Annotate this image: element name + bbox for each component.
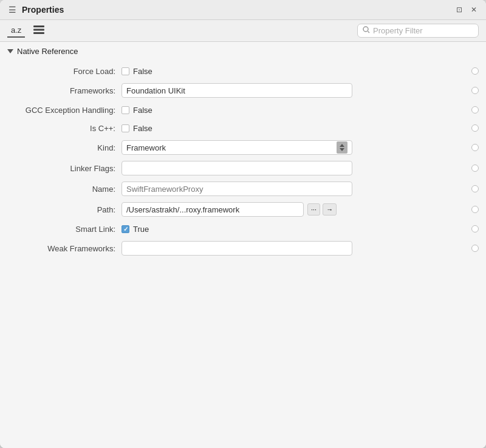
svg-line-4 (368, 32, 370, 33)
search-icon (363, 26, 370, 35)
radio-frameworks[interactable] (471, 87, 479, 94)
checkbox-smart-link[interactable] (122, 225, 129, 233)
section-header[interactable]: Native Reference (0, 42, 486, 61)
path-navigate-icon: → (326, 206, 333, 213)
prop-value-kind: Framework (122, 140, 468, 155)
restore-button[interactable]: ⊡ (454, 5, 464, 15)
checkbox-gcc[interactable] (122, 106, 129, 114)
prop-value-weak-frameworks (122, 241, 468, 256)
radio-kind[interactable] (471, 144, 479, 151)
prop-value-name (122, 182, 468, 196)
radio-smart-link[interactable] (471, 225, 479, 232)
prop-row-force-load: Force Load: False (0, 62, 486, 80)
svg-point-3 (363, 27, 368, 32)
grid-view-button[interactable] (30, 24, 48, 38)
prop-label-path: Path: (0, 205, 122, 214)
smart-link-text: True (133, 225, 149, 234)
az-label: a.z (11, 25, 21, 35)
search-input[interactable] (373, 26, 473, 35)
prop-label-iscpp: Is C++: (0, 124, 122, 133)
frameworks-input[interactable] (122, 83, 352, 98)
radio-path[interactable] (471, 206, 479, 213)
svg-rect-1 (33, 29, 44, 31)
weak-frameworks-input[interactable] (122, 241, 352, 256)
prop-row-gcc: GCC Exception Handling: False (0, 101, 486, 119)
toolbar: a.z (0, 20, 486, 42)
svg-marker-5 (340, 144, 344, 147)
prop-row-path: Path: /Users/astrakh/...roxy.framework ·… (0, 199, 486, 220)
prop-value-iscpp: False (122, 124, 468, 133)
path-buttons: ··· → (307, 203, 337, 216)
radio-gcc[interactable] (471, 106, 479, 114)
prop-label-gcc: GCC Exception Handling: (0, 106, 122, 115)
linker-flags-input[interactable] (122, 161, 352, 175)
prop-label-weak-frameworks: Weak Frameworks: (0, 244, 122, 253)
radio-weak-frameworks[interactable] (471, 245, 479, 252)
force-load-text: False (133, 67, 152, 76)
search-box (357, 24, 479, 38)
radio-linker-flags[interactable] (471, 165, 479, 172)
title-bar: ☰ Properties ⊡ ✕ (0, 0, 486, 20)
svg-marker-6 (340, 148, 344, 151)
properties-grid: Force Load: False Frameworks: GCC Except… (0, 61, 486, 266)
iscpp-text: False (133, 124, 152, 133)
prop-label-linker-flags: Linker Flags: (0, 164, 122, 173)
svg-rect-2 (33, 32, 44, 34)
az-sort-button[interactable]: a.z (7, 24, 25, 38)
prop-row-kind: Kind: Framework (0, 137, 486, 158)
path-expand-button[interactable]: ··· (307, 203, 320, 216)
path-expand-icon: ··· (311, 206, 317, 213)
properties-window: ☰ Properties ⊡ ✕ a.z (0, 0, 486, 448)
prop-label-name: Name: (0, 185, 122, 194)
prop-row-name: Name: (0, 178, 486, 199)
kind-select[interactable]: Framework (122, 140, 352, 155)
window-title: Properties (22, 5, 64, 15)
prop-value-linker-flags (122, 161, 468, 175)
prop-row-iscpp: Is C++: False (0, 119, 486, 137)
prop-row-linker-flags: Linker Flags: (0, 158, 486, 178)
radio-name[interactable] (471, 185, 479, 192)
prop-value-smart-link: True (122, 225, 468, 234)
collapse-triangle (7, 49, 13, 53)
path-navigate-button[interactable]: → (323, 203, 337, 216)
path-display: /Users/astrakh/...roxy.framework (122, 202, 304, 217)
prop-label-kind: Kind: (0, 143, 122, 152)
checkbox-iscpp[interactable] (122, 124, 129, 132)
prop-label-frameworks: Frameworks: (0, 86, 122, 95)
prop-value-force-load: False (122, 67, 468, 76)
grid-icon (33, 25, 44, 36)
kind-arrows (337, 141, 347, 154)
radio-force-load[interactable] (471, 67, 479, 75)
prop-value-path: /Users/astrakh/...roxy.framework ··· → (122, 202, 468, 217)
content-area: Native Reference Force Load: False Frame… (0, 42, 486, 448)
prop-row-frameworks: Frameworks: (0, 80, 486, 101)
svg-rect-0 (33, 25, 44, 27)
prop-label-force-load: Force Load: (0, 67, 122, 76)
prop-row-weak-frameworks: Weak Frameworks: (0, 238, 486, 259)
prop-label-smart-link: Smart Link: (0, 225, 122, 234)
title-bar-left: ☰ Properties (7, 5, 64, 15)
kind-value: Framework (126, 143, 166, 152)
prop-value-gcc: False (122, 106, 468, 115)
checkbox-force-load[interactable] (122, 67, 129, 75)
title-bar-controls: ⊡ ✕ (454, 5, 479, 15)
section-title: Native Reference (17, 47, 78, 56)
prop-row-smart-link: Smart Link: True (0, 220, 486, 238)
name-input[interactable] (122, 182, 352, 196)
gcc-text: False (133, 106, 152, 115)
close-button[interactable]: ✕ (469, 5, 479, 15)
prop-value-frameworks (122, 83, 468, 98)
properties-icon: ☰ (7, 5, 17, 15)
radio-iscpp[interactable] (471, 124, 479, 132)
